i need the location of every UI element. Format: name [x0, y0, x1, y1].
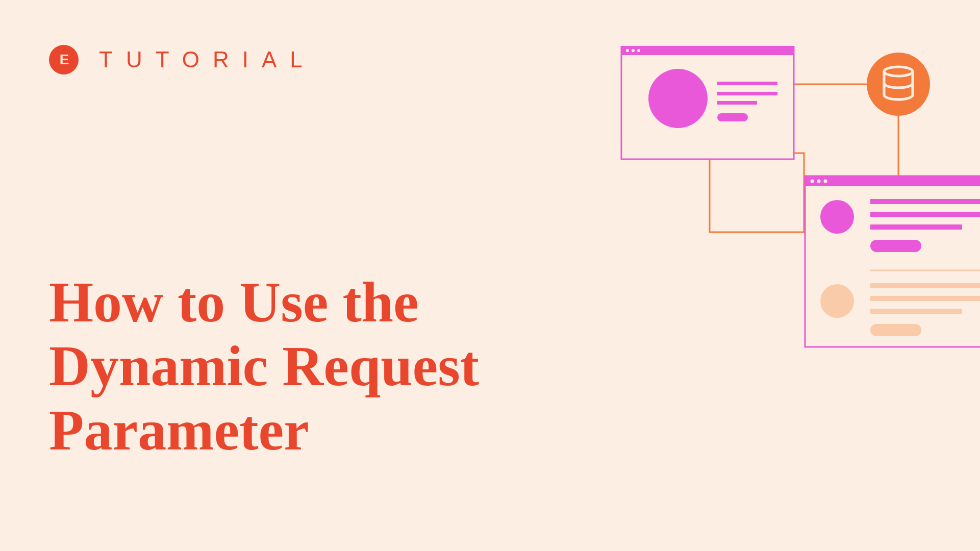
svg-rect-23	[870, 296, 980, 301]
svg-rect-9	[717, 113, 748, 121]
header-label: TUTORIAL	[99, 47, 316, 72]
svg-point-3	[626, 49, 629, 52]
svg-rect-17	[870, 212, 980, 217]
window-card-1	[621, 46, 794, 159]
svg-rect-2	[621, 46, 794, 55]
svg-rect-19	[870, 240, 921, 252]
svg-point-15	[820, 200, 854, 234]
header: E TUTORIAL	[49, 45, 316, 74]
svg-rect-6	[717, 82, 777, 85]
logo-glyph: E	[60, 52, 68, 68]
svg-point-12	[811, 180, 814, 183]
svg-rect-1	[621, 46, 794, 159]
svg-rect-25	[870, 324, 921, 336]
svg-rect-22	[870, 283, 980, 288]
svg-rect-11	[805, 176, 980, 186]
svg-rect-18	[870, 224, 962, 230]
svg-point-13	[817, 180, 821, 183]
illustration	[521, 46, 980, 403]
window-card-2	[805, 176, 980, 347]
svg-rect-8	[717, 101, 757, 105]
svg-point-21	[820, 284, 854, 318]
svg-point-14	[824, 180, 827, 183]
svg-point-5	[637, 49, 640, 52]
avatar-circle-icon	[648, 69, 708, 128]
svg-rect-16	[870, 199, 980, 204]
svg-rect-7	[717, 92, 777, 95]
connector-box	[710, 153, 804, 232]
database-icon	[867, 53, 930, 116]
elementor-logo-icon: E	[49, 45, 79, 74]
svg-rect-24	[870, 309, 962, 314]
svg-point-4	[632, 49, 635, 52]
